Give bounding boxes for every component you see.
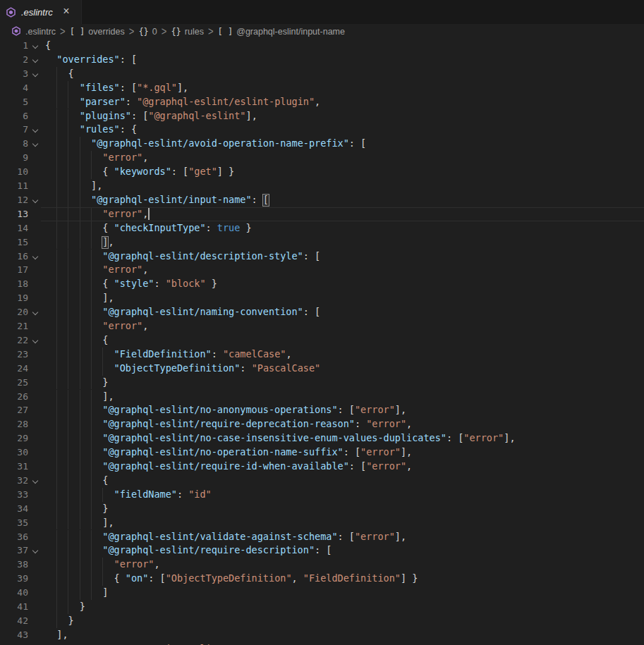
fold-chevron-down-icon[interactable] — [32, 57, 38, 63]
code-line[interactable]: 6 "plugins": ["@graphql-eslint"], — [0, 109, 644, 123]
code-line[interactable]: 43 ], — [0, 628, 644, 642]
code-line[interactable]: 1{ — [0, 39, 644, 53]
code-line[interactable]: 42 } — [0, 614, 644, 628]
fold-chevron-down-icon[interactable] — [32, 478, 38, 484]
code-line[interactable]: 23 "FieldDefinition": "camelCase", — [0, 348, 644, 362]
breadcrumb-item--eslintrc[interactable]: .eslintrc — [11, 26, 56, 37]
line-number[interactable]: 23 — [0, 348, 28, 362]
breadcrumb-item-0[interactable]: {}0 — [138, 27, 157, 37]
line-number[interactable]: 35 — [0, 516, 28, 530]
line-number[interactable]: 36 — [0, 530, 28, 544]
line-number[interactable]: 13 — [0, 207, 28, 221]
code-line[interactable]: 13 "error", — [0, 207, 644, 221]
code-line[interactable]: 10 { "keywords": ["get"] } — [0, 165, 644, 179]
code-line[interactable]: 19 ], — [0, 291, 644, 305]
code-line[interactable]: 4 "files": ["*.gql"], — [0, 81, 644, 95]
breadcrumb-item--graphql-eslint-input-name[interactable]: [ ]@graphql-eslint/input-name — [218, 27, 345, 37]
line-number[interactable]: 7 — [0, 123, 28, 137]
code-line[interactable]: 30 "@graphql-eslint/no-operation-name-su… — [0, 446, 644, 460]
code-line[interactable]: 8 "@graphql-eslint/avoid-operation-name-… — [0, 137, 644, 151]
line-number[interactable]: 8 — [0, 137, 28, 151]
line-number[interactable]: 15 — [0, 235, 28, 250]
code-line[interactable]: 21 "error", — [0, 319, 644, 333]
code-line[interactable]: 12 "@graphql-eslint/input-name": [ — [0, 193, 644, 207]
breadcrumb-item-overrides[interactable]: [ ]overrides — [70, 27, 125, 37]
code-line[interactable]: 26 ], — [0, 390, 644, 404]
code-line[interactable]: 41 } — [0, 600, 644, 614]
line-number[interactable]: 39 — [0, 572, 28, 586]
fold-chevron-down-icon[interactable] — [32, 253, 38, 259]
code-line[interactable]: 5 "parser": "@graphql-eslint/eslint-plug… — [0, 95, 644, 109]
breadcrumb-item-rules[interactable]: {}rules — [171, 27, 204, 37]
code-line[interactable]: 7 "rules": { — [0, 123, 644, 137]
line-number[interactable]: 31 — [0, 460, 28, 474]
code-line[interactable]: 11 ], — [0, 179, 644, 193]
code-line[interactable]: 33 "fieldName": "id" — [0, 488, 644, 502]
line-number[interactable]: 19 — [0, 291, 28, 305]
code-line[interactable]: 29 "@graphql-eslint/no-case-insensitive-… — [0, 431, 644, 446]
line-number[interactable]: 2 — [0, 53, 28, 67]
code-line[interactable]: 27 "@graphql-eslint/no-anonymous-operati… — [0, 403, 644, 417]
code-line[interactable]: 22 { — [0, 333, 644, 348]
code-line[interactable]: 2 "overrides": [ — [0, 53, 644, 67]
code-line[interactable]: 44 "parser": "@typescript-eslint/parser" — [0, 642, 644, 645]
code-line[interactable]: 9 "error", — [0, 151, 644, 165]
code-line[interactable]: 3 { — [0, 67, 644, 81]
line-number[interactable]: 11 — [0, 179, 28, 193]
line-number[interactable]: 16 — [0, 250, 28, 264]
code-line[interactable]: 32 { — [0, 474, 644, 488]
line-number[interactable]: 25 — [0, 376, 28, 390]
code-line[interactable]: 16 "@graphql-eslint/description-style": … — [0, 250, 644, 264]
line-number[interactable]: 9 — [0, 151, 28, 165]
code-line[interactable]: 20 "@graphql-eslint/naming-convention": … — [0, 305, 644, 319]
line-number[interactable]: 21 — [0, 319, 28, 333]
line-number[interactable]: 4 — [0, 81, 28, 95]
code-line[interactable]: 15 ], — [0, 235, 644, 250]
line-number[interactable]: 20 — [0, 305, 28, 319]
line-number[interactable]: 37 — [0, 543, 28, 558]
line-number[interactable]: 43 — [0, 628, 28, 642]
code-line[interactable]: 39 { "on": ["ObjectTypeDefinition", "Fie… — [0, 572, 644, 586]
fold-chevron-down-icon[interactable] — [32, 309, 38, 315]
tab-eslintrc[interactable]: .eslintrc × — [0, 0, 82, 24]
code-line[interactable]: 28 "@graphql-eslint/require-deprecation-… — [0, 417, 644, 431]
line-number[interactable]: 1 — [0, 39, 28, 53]
line-number[interactable]: 5 — [0, 95, 28, 109]
line-number[interactable]: 17 — [0, 263, 28, 277]
fold-chevron-down-icon[interactable] — [32, 43, 38, 49]
line-number[interactable]: 24 — [0, 362, 28, 376]
code-line[interactable]: 18 { "style": "block" } — [0, 277, 644, 291]
fold-chevron-down-icon[interactable] — [32, 548, 38, 553]
line-number[interactable]: 44 — [0, 642, 28, 645]
line-number[interactable]: 29 — [0, 431, 28, 446]
line-number[interactable]: 22 — [0, 333, 28, 348]
fold-chevron-down-icon[interactable] — [32, 141, 38, 147]
code-line[interactable]: 40 ] — [0, 586, 644, 600]
fold-chevron-down-icon[interactable] — [32, 338, 38, 343]
line-number[interactable]: 42 — [0, 614, 28, 628]
fold-chevron-down-icon[interactable] — [32, 197, 38, 203]
line-number[interactable]: 27 — [0, 403, 28, 417]
code-line[interactable]: 37 "@graphql-eslint/require-description"… — [0, 543, 644, 558]
fold-chevron-down-icon[interactable] — [32, 127, 38, 133]
close-icon[interactable]: × — [60, 6, 73, 18]
code-line[interactable]: 38 "error", — [0, 558, 644, 572]
code-line[interactable]: 25 } — [0, 376, 644, 390]
code-line[interactable]: 17 "error", — [0, 263, 644, 277]
line-number[interactable]: 26 — [0, 390, 28, 404]
line-number[interactable]: 30 — [0, 446, 28, 460]
code-line[interactable]: 35 ], — [0, 516, 644, 530]
line-number[interactable]: 18 — [0, 277, 28, 291]
line-number[interactable]: 32 — [0, 474, 28, 488]
line-number[interactable]: 6 — [0, 109, 28, 123]
code-line[interactable]: 24 "ObjectTypeDefinition": "PascalCase" — [0, 362, 644, 376]
line-number[interactable]: 38 — [0, 558, 28, 572]
line-number[interactable]: 3 — [0, 67, 28, 81]
line-number[interactable]: 34 — [0, 502, 28, 516]
fold-chevron-down-icon[interactable] — [32, 71, 38, 77]
line-number[interactable]: 28 — [0, 417, 28, 431]
line-number[interactable]: 40 — [0, 586, 28, 600]
line-number[interactable]: 33 — [0, 488, 28, 502]
code-line[interactable]: 36 "@graphql-eslint/validate-against-sch… — [0, 530, 644, 544]
line-number[interactable]: 10 — [0, 165, 28, 179]
